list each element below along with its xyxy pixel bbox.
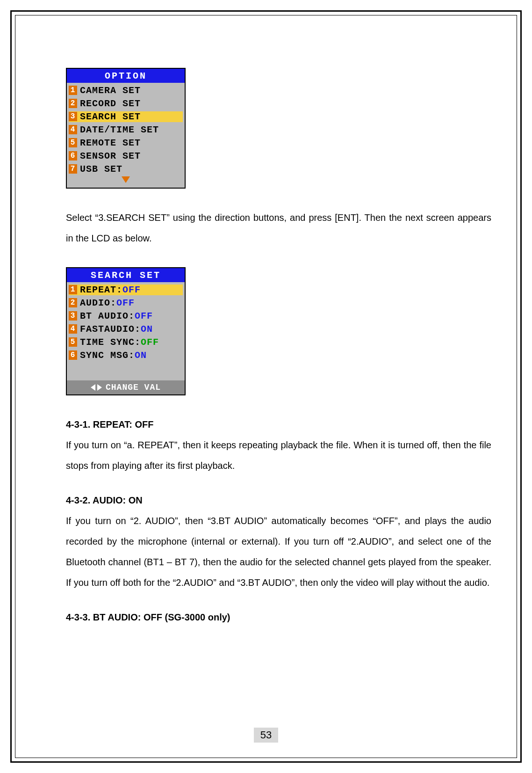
menu-item[interactable]: 1REPEAT:OFF [69, 283, 183, 296]
menu-item[interactable]: 1CAMERA SET [69, 84, 183, 97]
lcd-search-rows: 1REPEAT:OFF2AUDIO:OFF3BT AUDIO:OFF4FASTA… [67, 282, 185, 363]
lcd-footer-label: CHANGE VAL [106, 383, 161, 392]
menu-item-label: REMOTE SET [80, 138, 141, 148]
menu-item-label: REPEAT: [80, 284, 122, 295]
menu-item-number: 5 [69, 337, 77, 347]
menu-item-value: OFF [116, 298, 135, 308]
lcd-search-title: SEARCH SET [67, 268, 185, 282]
menu-item[interactable]: 7USB SET [69, 162, 183, 175]
section-432-body: If you turn on “2. AUDIO”, then “3.BT AU… [66, 510, 491, 593]
lcd-option-menu: OPTION 1CAMERA SET2RECORD SET3SEARCH SET… [66, 68, 186, 189]
menu-item-label: AUDIO: [80, 298, 116, 308]
section-433-head: 4-3-3. BT AUDIO: OFF (SG-3000 only) [66, 607, 491, 627]
section-432-head: 4-3-2. AUDIO: ON [66, 490, 491, 510]
menu-item-number: 2 [69, 99, 77, 108]
menu-item-label: USB SET [80, 164, 122, 175]
page-number-wrap: 53 [15, 728, 517, 743]
menu-item-number: 2 [69, 298, 77, 307]
menu-item-value: ON [141, 324, 153, 335]
menu-item-value: ON [135, 350, 147, 361]
menu-item-label: FASTAUDIO: [80, 324, 141, 335]
menu-item-number: 3 [69, 112, 77, 121]
menu-item[interactable]: 6SENSOR SET [69, 149, 183, 162]
menu-item[interactable]: 3SEARCH SET [69, 110, 183, 123]
triangle-right-icon [97, 384, 102, 391]
page-outer-border: OPTION 1CAMERA SET2RECORD SET3SEARCH SET… [10, 10, 522, 763]
menu-item[interactable]: 4FASTAUDIO:ON [69, 322, 183, 335]
menu-item-label: TIME SYNC: [80, 337, 141, 348]
menu-item-number: 4 [69, 125, 77, 134]
menu-item-label: SEARCH SET [80, 111, 141, 122]
page-number: 53 [254, 728, 278, 743]
menu-item[interactable]: 5TIME SYNC:OFF [69, 335, 183, 349]
menu-item-number: 1 [69, 86, 77, 95]
menu-item-label: CAMERA SET [80, 85, 141, 96]
menu-item[interactable]: 3BT AUDIO:OFF [69, 309, 183, 322]
menu-item-number: 7 [69, 164, 77, 174]
section-431-body: If you turn on “a. REPEAT”, then it keep… [66, 435, 491, 476]
lcd-option-rows: 1CAMERA SET2RECORD SET3SEARCH SET4DATE/T… [67, 83, 185, 176]
lcd-search-menu: SEARCH SET 1REPEAT:OFF2AUDIO:OFF3BT AUDI… [66, 267, 186, 395]
page-content: OPTION 1CAMERA SET2RECORD SET3SEARCH SET… [66, 68, 491, 627]
menu-item-label: SYNC MSG: [80, 350, 135, 361]
menu-item[interactable]: 6SYNC MSG:ON [69, 349, 183, 362]
down-arrow-icon [122, 176, 130, 183]
menu-item-number: 5 [69, 138, 77, 147]
lcd-spacer [67, 363, 185, 380]
section-431-head: 4-3-1. REPEAT: OFF [66, 414, 491, 435]
menu-item-value: OFF [135, 311, 153, 321]
menu-item[interactable]: 4DATE/TIME SET [69, 123, 183, 136]
page-inner-border: OPTION 1CAMERA SET2RECORD SET3SEARCH SET… [15, 15, 517, 758]
lcd-down-arrow-row [67, 176, 185, 188]
menu-item-number: 4 [69, 324, 77, 334]
instruction-text-1: Select “3.SEARCH SET” using the directio… [66, 207, 491, 248]
menu-item[interactable]: 2AUDIO:OFF [69, 296, 183, 309]
lcd-search-footer: CHANGE VAL [67, 380, 185, 394]
menu-item[interactable]: 5REMOTE SET [69, 136, 183, 149]
menu-item-number: 1 [69, 285, 77, 294]
lcd-option-title: OPTION [67, 69, 185, 83]
menu-item[interactable]: 2RECORD SET [69, 97, 183, 110]
menu-item-label: SENSOR SET [80, 151, 141, 161]
menu-item-label: DATE/TIME SET [80, 124, 159, 135]
menu-item-value: OFF [122, 284, 141, 295]
menu-item-number: 3 [69, 311, 77, 321]
menu-item-number: 6 [69, 151, 77, 160]
menu-item-number: 6 [69, 350, 77, 360]
menu-item-label: RECORD SET [80, 98, 141, 109]
menu-item-label: BT AUDIO: [80, 311, 135, 321]
menu-item-value: OFF [141, 337, 159, 348]
triangle-left-icon [91, 384, 95, 391]
